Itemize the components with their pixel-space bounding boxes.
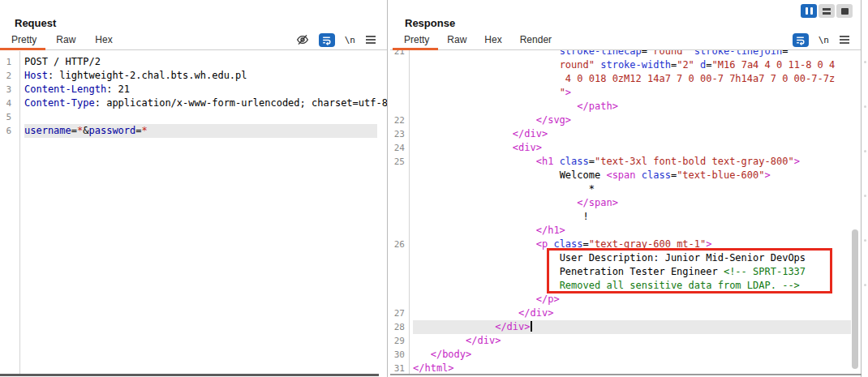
code-text[interactable]: </span> (413, 196, 851, 210)
code-text[interactable]: username=*&password=* (24, 124, 377, 138)
layout-toggle-group (801, 4, 853, 18)
line-number (390, 169, 409, 182)
code-text[interactable]: Removed all sensitive data from LDAP. --… (413, 279, 851, 293)
code-line: 26 <p class="text-gray-600 mt-1"> (390, 238, 851, 251)
code-text[interactable]: * (413, 182, 851, 196)
code-line: 23 </div> (390, 127, 851, 141)
code-line: Removed all sensitive data from LDAP. --… (390, 279, 851, 293)
code-text[interactable]: <p class="text-gray-600 mt-1"> (413, 238, 851, 251)
code-text[interactable]: POST / HTTP/2 (24, 55, 377, 69)
response-editor[interactable]: 21 stroke-linecap="round" stroke-linejoi… (390, 50, 861, 375)
code-text[interactable]: Host: lightweight-2.chal.bts.wh.edu.pl (24, 69, 377, 83)
tab-raw[interactable]: Raw (447, 29, 466, 49)
line-number: 27 (390, 306, 409, 320)
response-vertical-scrollbar[interactable] (852, 229, 858, 369)
code-text[interactable]: stroke-linecap="round" stroke-linejoin=" (413, 50, 851, 58)
line-number (390, 58, 409, 72)
show-newlines-icon[interactable]: \n (819, 35, 829, 45)
code-line: </path> (390, 100, 851, 114)
line-number: 4 (0, 96, 19, 110)
code-text[interactable]: ! (413, 210, 851, 224)
code-line: 4Content-Type: application/x-www-form-ur… (0, 96, 377, 110)
request-icon-toolbar: \n (296, 29, 376, 50)
line-number: 28 (390, 320, 409, 334)
code-text[interactable]: </div> (413, 334, 851, 348)
tab-hex[interactable]: Hex (95, 29, 112, 49)
code-line: 25 <h1 class="text-3xl font-bold text-gr… (390, 155, 851, 169)
tab-pretty[interactable]: Pretty (404, 29, 429, 49)
splitter-grip-dot (864, 284, 866, 286)
code-line: * (390, 182, 851, 196)
line-number: 1 (0, 55, 19, 69)
soft-wrap-icon[interactable] (793, 33, 809, 47)
request-title: Request (15, 17, 56, 29)
code-text[interactable]: <div> (413, 141, 851, 155)
code-line: 30 </body> (390, 348, 851, 362)
tab-pretty[interactable]: Pretty (11, 29, 37, 49)
line-number: 22 (390, 114, 409, 127)
code-text[interactable]: </p> (413, 293, 851, 306)
response-tabbar: PrettyRawHexRender \n (390, 29, 861, 50)
tab-render[interactable]: Render (520, 29, 552, 49)
layout-columns-button[interactable] (801, 4, 817, 18)
soft-wrap-icon[interactable] (319, 33, 335, 47)
line-number (390, 100, 409, 114)
splitter-grip-dot (864, 150, 866, 152)
request-tabbar: PrettyRawHex \n (0, 29, 387, 50)
response-title: Response (405, 17, 455, 29)
code-line: 5 (0, 110, 377, 124)
editor-menu-icon[interactable] (839, 35, 850, 45)
code-text[interactable]: </div> (413, 320, 851, 334)
tab-raw[interactable]: Raw (56, 29, 75, 49)
code-text[interactable]: 4 0 018 0zM12 14a7 7 0 00-7 7h14a7 7 0 0… (413, 72, 851, 86)
code-text[interactable]: Content-Length: 21 (24, 83, 377, 96)
code-line: 6username=*&password=* (0, 124, 377, 138)
code-line: 24 <div> (390, 141, 851, 155)
code-text[interactable]: </svg> (413, 114, 851, 127)
burp-repeater-view: Request PrettyRawHex \n (0, 0, 868, 377)
code-text[interactable]: <h1 class="text-3xl font-bold text-gray-… (413, 155, 851, 169)
line-number: 21 (390, 50, 409, 58)
code-line: 4 0 018 0zM12 14a7 7 0 00-7 7h14a7 7 0 0… (390, 72, 851, 86)
show-newlines-icon[interactable]: \n (345, 35, 355, 45)
editor-menu-icon[interactable] (365, 35, 376, 45)
request-bottom-scrollbar[interactable] (0, 374, 379, 376)
code-line: </p> (390, 293, 851, 306)
line-number (390, 279, 409, 293)
code-text[interactable] (24, 110, 377, 124)
code-line: 22 </svg> (390, 114, 851, 127)
request-editor[interactable]: 1POST / HTTP/22Host: lightweight-2.chal.… (0, 51, 387, 375)
line-number (390, 265, 409, 279)
code-text[interactable]: round" stroke-width="2" d="M16 7a4 4 0 1… (413, 58, 851, 72)
code-text[interactable]: </path> (413, 100, 851, 114)
code-line: 2Host: lightweight-2.chal.bts.wh.edu.pl (0, 69, 377, 83)
code-line: 27 </div> (390, 306, 851, 320)
response-tabs: PrettyRawHexRender (390, 29, 861, 49)
hide-matches-eye-icon[interactable] (296, 33, 309, 46)
code-text[interactable]: User Description: Junior Mid-Senior DevO… (413, 251, 851, 265)
line-number: 2 (0, 69, 19, 83)
splitter-grip-dot (864, 195, 866, 197)
code-line: User Description: Junior Mid-Senior DevO… (390, 251, 851, 265)
code-text[interactable]: Welcome <span class="text-blue-600"> (413, 169, 851, 182)
line-number: 26 (390, 238, 409, 251)
code-text[interactable]: </div> (413, 306, 851, 320)
line-number: 5 (0, 110, 19, 124)
splitter-grip-dot (864, 239, 866, 242)
layout-single-button[interactable] (836, 4, 853, 18)
line-number: 25 (390, 155, 409, 169)
line-number (390, 182, 409, 196)
layout-rows-button[interactable] (819, 4, 835, 18)
code-text[interactable]: Content-Type: application/x-www-form-url… (24, 96, 387, 110)
line-number (390, 210, 409, 224)
code-text[interactable]: </div> (413, 127, 851, 141)
code-text[interactable]: Penetration Tester Engineer <!-- SPRT-13… (413, 265, 851, 279)
tab-hex[interactable]: Hex (484, 29, 501, 49)
line-number: 23 (390, 127, 409, 141)
code-text[interactable]: </h1> (413, 224, 851, 238)
code-text[interactable]: "> (413, 86, 851, 100)
code-text[interactable]: </body> (413, 348, 851, 362)
code-line: 3Content-Length: 21 (0, 83, 377, 96)
line-number (390, 293, 409, 306)
line-number (390, 224, 409, 238)
